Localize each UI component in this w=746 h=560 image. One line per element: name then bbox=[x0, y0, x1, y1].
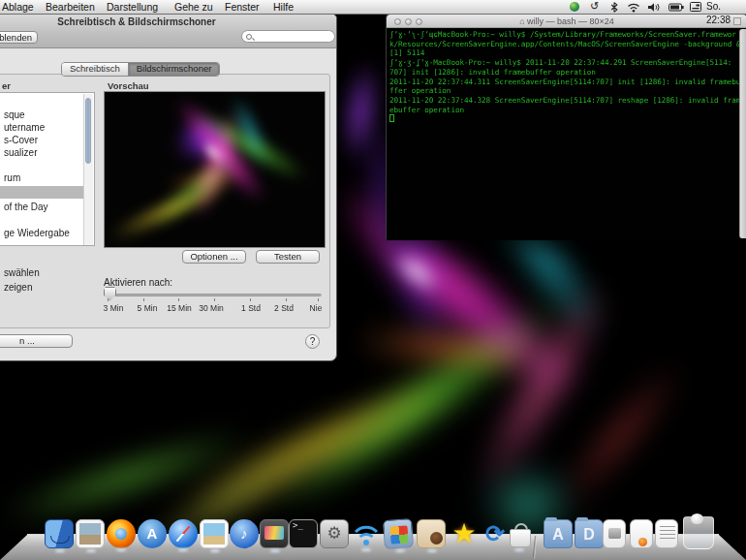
menu-bar: Ablage Bearbeiten Darstellung Gehe zu Fe… bbox=[0, 0, 746, 15]
terminal-line: 2011-11-20 22:37:44.311 ScreenSaverEngin… bbox=[389, 78, 746, 87]
menu-bearbeiten[interactable]: Bearbeiten bbox=[46, 0, 95, 14]
slider-label: Aktivieren nach: bbox=[104, 277, 172, 288]
list-item[interactable]: of the Day bbox=[0, 201, 86, 213]
documents-folder-dock-icon[interactable]: D bbox=[575, 519, 604, 548]
list-item[interactable]: s-Cover bbox=[0, 134, 86, 146]
menu-darstellung[interactable]: Darstellung bbox=[107, 0, 158, 14]
tick-label: 2 Std bbox=[274, 303, 294, 313]
device-document-dock-icon[interactable] bbox=[603, 519, 626, 548]
menu-ablage[interactable]: Ablage bbox=[2, 0, 34, 14]
time-machine-icon[interactable]: ↺ bbox=[590, 0, 599, 12]
wifi-icon[interactable] bbox=[627, 1, 640, 13]
volume-icon[interactable] bbox=[647, 1, 661, 13]
windows-app-dock-icon[interactable] bbox=[383, 518, 414, 549]
safari-dock-icon[interactable] bbox=[169, 519, 198, 548]
tick-label: 15 Min bbox=[167, 303, 192, 313]
terminal-window: ⌂ willy — bash — 80×24 ʃʼɣ·ʼʅ·ʃʼɰɕMacBoo… bbox=[386, 14, 746, 239]
system-preferences-window: Schreibtisch & Bildschirmschoner inblend… bbox=[0, 14, 337, 361]
list-item[interactable]: sualizer bbox=[0, 146, 86, 159]
airport-dock-icon[interactable] bbox=[352, 519, 381, 548]
test-button[interactable]: Testen bbox=[256, 250, 320, 264]
text-document-dock-icon[interactable] bbox=[655, 519, 678, 548]
prefs-titlebar[interactable]: Schreibtisch & Bildschirmschoner inblend… bbox=[0, 15, 336, 48]
dock: A ♪ >_ ⚙ ★ ⟳ A D bbox=[0, 521, 746, 560]
tick-label: 1 Std bbox=[241, 303, 261, 313]
menu-bar-clock[interactable]: So. 22:38 bbox=[706, 0, 746, 14]
activation-slider[interactable] bbox=[104, 294, 322, 296]
list-item[interactable] bbox=[0, 213, 86, 226]
checkbox-label-random[interactable]: swählen bbox=[4, 267, 40, 278]
list-header: er bbox=[2, 80, 11, 91]
desktop: Schreibtisch & Bildschirmschoner inblend… bbox=[0, 0, 746, 560]
terminal-dock-icon[interactable]: >_ bbox=[289, 519, 318, 548]
terminal-line: 707] init [1286]: invalid framebuffer op… bbox=[389, 68, 746, 78]
window-title: Schreibtisch & Bildschirmschoner bbox=[0, 16, 336, 27]
terminal-line: ʃʼɣ·ʒ-ʆʼɣ-MacBook-Pro:~ willy$ 2011-11-2… bbox=[389, 58, 746, 68]
battery-icon[interactable] bbox=[668, 1, 684, 13]
bag-app-dock-icon[interactable] bbox=[505, 519, 534, 548]
terminal-line: k/Resources/ScreenSaverEngine.app/Conten… bbox=[389, 40, 746, 49]
terminal-titlebar[interactable]: ⌂ willy — bash — 80×24 bbox=[387, 15, 746, 28]
show-all-button[interactable]: inblenden bbox=[0, 31, 38, 44]
home-icon: ⌂ bbox=[519, 16, 524, 26]
coffee-app-dock-icon[interactable] bbox=[417, 519, 446, 548]
preview-dock-icon[interactable] bbox=[76, 519, 105, 548]
terminal-line: ʃʼɣ·ʼʅ·ʃʼɰɕMacBook-Pro:~ willy$ /System/… bbox=[389, 30, 746, 40]
options-button[interactable]: Optionen ... bbox=[182, 250, 246, 264]
firefox-dock-icon[interactable] bbox=[107, 519, 136, 548]
menu-hilfe[interactable]: Hilfe bbox=[273, 0, 294, 14]
list-item[interactable]: ge Wiedergabe bbox=[0, 227, 86, 239]
input-source-icon[interactable] bbox=[690, 1, 701, 13]
search-input[interactable] bbox=[241, 30, 335, 43]
help-button[interactable]: ? bbox=[305, 334, 320, 349]
list-item[interactable]: rum bbox=[0, 171, 86, 184]
terminal-cursor bbox=[389, 114, 394, 122]
applications-folder-dock-icon[interactable]: A bbox=[544, 519, 573, 548]
finder-dock-icon[interactable] bbox=[45, 519, 74, 548]
terminal-line: ebuffer operation bbox=[389, 106, 746, 115]
window-proxy-icon bbox=[733, 17, 741, 25]
terminal-scrollbar[interactable] bbox=[739, 29, 746, 238]
tab-schreibtisch[interactable]: Schreibtisch bbox=[62, 63, 128, 76]
tick-label: 5 Min bbox=[138, 303, 158, 313]
firefox-document-dock-icon[interactable] bbox=[630, 519, 653, 548]
terminal-title-text: willy — bash — 80×24 bbox=[527, 16, 614, 26]
tick-label: 3 Min bbox=[104, 303, 124, 313]
screensaver-list: sque utername s-Cover sualizer rum of th… bbox=[0, 92, 95, 246]
trash-dock-icon[interactable] bbox=[683, 516, 714, 549]
preview-label: Vorschau bbox=[108, 80, 149, 91]
list-item[interactable]: utername bbox=[0, 121, 86, 134]
scrollbar-thumb[interactable] bbox=[85, 98, 91, 164]
star-app-dock-icon[interactable]: ★ bbox=[450, 519, 479, 548]
checkbox-label-clock[interactable]: zeigen bbox=[4, 282, 32, 293]
tick-label: 30 Min bbox=[199, 303, 224, 313]
menu-fenster[interactable]: Fenster bbox=[225, 0, 260, 14]
list-item[interactable] bbox=[0, 159, 86, 171]
app-store-dock-icon[interactable]: A bbox=[138, 519, 167, 548]
hot-corners-button[interactable]: n ... bbox=[0, 334, 73, 348]
tab-bildschirmschoner[interactable]: Bildschirmschoner bbox=[128, 63, 220, 76]
list-item[interactable]: sque bbox=[0, 109, 86, 121]
list-scrollbar[interactable] bbox=[83, 94, 93, 245]
menu-gehe-zu[interactable]: Gehe zu bbox=[174, 0, 213, 14]
screensaver-preview bbox=[104, 91, 326, 248]
tab-bar: Schreibtisch Bildschirmschoner bbox=[61, 62, 220, 77]
system-preferences-dock-icon[interactable]: ⚙ bbox=[320, 519, 349, 548]
terminal-line: 2011-11-20 22:37:44.328 ScreenSaverEngin… bbox=[389, 96, 746, 106]
bluetooth-icon[interactable] bbox=[610, 1, 618, 13]
list-item-selected[interactable] bbox=[0, 186, 86, 199]
search-icon bbox=[246, 34, 252, 40]
photo-booth-dock-icon[interactable] bbox=[260, 519, 289, 548]
itunes-dock-icon[interactable]: ♪ bbox=[230, 519, 259, 548]
iphoto-dock-icon[interactable] bbox=[200, 519, 229, 548]
terminal-line: ffer operation bbox=[389, 86, 746, 96]
terminal-output[interactable]: ʃʼɣ·ʼʅ·ʃʼɰɕMacBook-Pro:~ willy$ /System/… bbox=[387, 28, 746, 240]
network-globe-icon[interactable] bbox=[570, 1, 579, 13]
terminal-line: [1] 5114 bbox=[389, 48, 746, 58]
tick-label: Nie bbox=[310, 303, 323, 313]
